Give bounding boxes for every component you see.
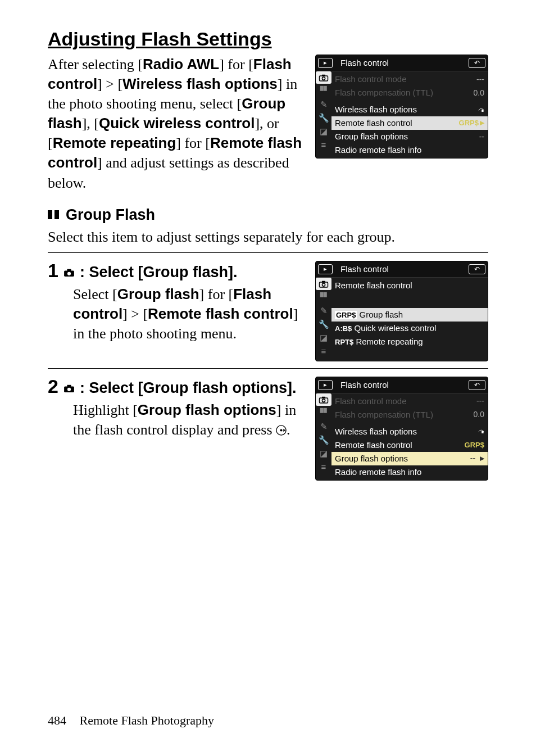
step1-number: 1 [48, 261, 58, 280]
svg-rect-5 [67, 269, 71, 271]
wireless-icon [478, 107, 484, 113]
menu-tabs: ▝▘ ✎ 🔧 ◪ ≡ [316, 278, 331, 361]
camera-screen-2: ▸ Flash control ↶ ▝▘ ✎ 🔧 ◪ ≡ Remote flas… [315, 261, 488, 361]
subheading: Group Flash [48, 206, 488, 224]
screen1-row-3: Remote flash controlGRP$▶ [331, 116, 488, 130]
retouch-tab-icon: ◪ [316, 447, 331, 460]
screen3-row-1: Flash compensation (TTL)0.0 [331, 408, 488, 422]
svg-rect-11 [67, 385, 71, 387]
screen3-row-4: Group flash options-- ▶ [331, 452, 488, 465]
step2-body: Highlight [Group flash options] in the f… [73, 400, 306, 440]
screen1-row-0: Flash control mode--- [331, 73, 488, 86]
bullet-icon [48, 210, 59, 219]
wrench-tab-icon: 🔧 [316, 434, 331, 446]
retouch-tab-icon: ◪ [316, 125, 331, 138]
svg-point-17 [322, 399, 325, 402]
rule-1 [48, 252, 488, 253]
svg-point-6 [67, 271, 71, 275]
screen3-row-3: Remote flash controlGRP$ [331, 438, 488, 452]
play-icon: ▸ [318, 380, 333, 390]
screen1-row-4: Group flash options-- [331, 130, 488, 143]
screen3-title: Flash control [337, 379, 466, 391]
screen3-row-2: Wireless flash options [331, 425, 488, 438]
pencil-tab-icon: ✎ [316, 305, 331, 317]
video-tab-icon: ▝▘ [316, 407, 331, 419]
play-icon: ▸ [318, 58, 333, 68]
subheading-text: Group Flash [66, 206, 155, 224]
screen2-row-2: RPT$ Remote repeating [331, 335, 488, 348]
camera-tab-icon [316, 278, 331, 290]
svg-rect-16 [322, 397, 325, 399]
back-icon: ↶ [469, 380, 485, 390]
video-tab-icon: ▝▘ [316, 291, 331, 304]
page-footer: 484 Remote Flash Photography [48, 713, 214, 728]
step1-title: 1 : Select [Group flash]. [48, 261, 306, 281]
pencil-tab-icon: ✎ [316, 420, 331, 433]
screen2-row-1: A:B$ Quick wireless control [331, 322, 488, 335]
screen1-row-2: Wireless flash options [331, 103, 488, 116]
screen2-sub: Remote flash control [331, 279, 488, 292]
wireless-icon [478, 428, 484, 434]
mymenu-tab-icon: ≡ [316, 345, 331, 357]
subheading-intro: Select this item to adjust settings sepa… [48, 227, 488, 247]
right-multi-selector-icon [276, 421, 287, 432]
screen3-row-5: Radio remote flash info [331, 465, 488, 479]
screen1-row-1: Flash compensation (TTL)0.0 [331, 86, 488, 99]
wrench-tab-icon: 🔧 [316, 318, 331, 331]
step1-body: Select [Group flash] for [Flash control]… [73, 284, 306, 343]
back-icon: ↶ [469, 264, 485, 274]
menu-tabs: ▝▘ ✎ 🔧 ◪ ≡ [316, 393, 331, 480]
screen1-title: Flash control [337, 57, 466, 69]
screen1-row-5: Radio remote flash info [331, 143, 488, 157]
screen2-row-0: GRP$ Group flash [331, 308, 488, 322]
intro-paragraph: After selecting [Radio AWL] for [Flash c… [48, 55, 306, 193]
page-title: Adjusting Flash Settings [48, 28, 488, 50]
svg-point-14 [280, 429, 282, 431]
svg-rect-8 [322, 281, 325, 283]
step2-title: 2 : Select [Group flash options]. [48, 377, 306, 397]
mymenu-tab-icon: ≡ [316, 139, 331, 151]
svg-point-9 [322, 283, 325, 286]
camera-tab-icon [316, 393, 331, 406]
camera-icon [63, 264, 75, 273]
mymenu-tab-icon: ≡ [316, 461, 331, 473]
menu-tabs: ▝▘ ✎ 🔧 ◪ ≡ [316, 71, 331, 158]
svg-point-2 [322, 77, 325, 80]
screen2-title: Flash control [337, 263, 466, 275]
screen3-row-0: Flash control mode--- [331, 395, 488, 408]
camera-tab-icon [316, 71, 331, 84]
retouch-tab-icon: ◪ [316, 332, 331, 344]
pencil-tab-icon: ✎ [316, 98, 331, 111]
svg-rect-1 [322, 75, 325, 76]
rule-2 [48, 368, 488, 369]
camera-icon [63, 379, 75, 388]
camera-screen-1: ▸ Flash control ↶ ▝▘ ✎ 🔧 ◪ ≡ Flash contr… [315, 55, 488, 159]
back-icon: ↶ [469, 58, 485, 68]
camera-screen-3: ▸ Flash control ↶ ▝▘ ✎ 🔧 ◪ ≡ Flash contr… [315, 377, 488, 481]
svg-rect-18 [482, 431, 483, 433]
svg-point-12 [67, 387, 71, 391]
chapter-name: Remote Flash Photography [80, 713, 215, 727]
page-number: 484 [48, 713, 66, 727]
video-tab-icon: ▝▘ [316, 85, 331, 97]
svg-rect-3 [482, 109, 483, 111]
wrench-tab-icon: 🔧 [316, 112, 331, 124]
step2-number: 2 [48, 377, 58, 396]
play-icon: ▸ [318, 264, 333, 274]
